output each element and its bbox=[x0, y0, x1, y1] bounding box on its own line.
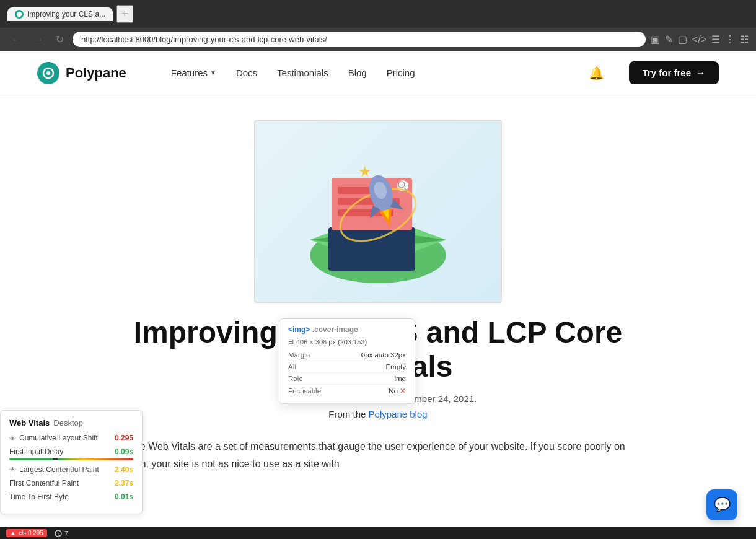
layout-icon[interactable]: ☰ bbox=[711, 33, 720, 45]
toolbar-icons: ▣ ✎ ▢ </> ☰ ⋮ ☷ bbox=[651, 33, 749, 45]
svg-point-2 bbox=[46, 71, 50, 75]
fcp-label: First Contentful Paint bbox=[9, 479, 79, 488]
arrow-right-icon: → bbox=[696, 68, 705, 78]
tooltip-focusable-value: No ✕ bbox=[389, 387, 406, 395]
main-content: ★ <img> .cover-image ⊞ bbox=[112, 95, 644, 509]
url-text: http://localhost:8000/blog/improving-you… bbox=[81, 35, 327, 44]
fid-label: First Input Delay bbox=[9, 447, 63, 456]
reload-button[interactable]: ↻ bbox=[52, 32, 68, 46]
resize-icon: ⊞ bbox=[288, 338, 294, 346]
tooltip-role-value: img bbox=[394, 375, 406, 382]
new-tab-button[interactable]: + bbox=[116, 5, 133, 23]
select-icon[interactable]: ▢ bbox=[678, 33, 687, 45]
svg-text:★: ★ bbox=[358, 163, 372, 180]
try-for-free-button[interactable]: Try for free → bbox=[629, 61, 719, 84]
tooltip-margin-value: 0px auto 32px bbox=[361, 351, 406, 359]
site-header: Polypane Features ▼ Docs Testimonials Bl… bbox=[0, 51, 756, 95]
ttfb-label: Time To First Byte bbox=[9, 493, 69, 501]
fid-value: 0.09s bbox=[115, 447, 133, 456]
lcp-metric: 👁 Largest Contentful Paint 2.40s bbox=[9, 465, 133, 474]
nav-features-label: Features bbox=[171, 68, 208, 78]
tooltip-dimensions: ⊞ 406 × 306 px (203:153) bbox=[288, 338, 406, 346]
tooltip-alt-value: Empty bbox=[385, 363, 406, 370]
browser-chrome: Improving your CLS a... + bbox=[0, 0, 756, 28]
nav-blog[interactable]: Blog bbox=[341, 64, 374, 82]
tooltip-alt-label: Alt bbox=[288, 363, 296, 370]
tooltip-tag: <img> .cover-image bbox=[288, 325, 406, 334]
main-nav: Features ▼ Docs Testimonials Blog Pricin… bbox=[164, 64, 564, 82]
fid-bar-track bbox=[9, 458, 133, 460]
lcp-label: 👁 Largest Contentful Paint bbox=[9, 465, 99, 474]
screen-icon[interactable]: ▣ bbox=[651, 33, 660, 45]
try-btn-label: Try for free bbox=[643, 68, 691, 78]
nav-blog-label: Blog bbox=[348, 68, 367, 78]
notification-bell[interactable]: 🔔 bbox=[589, 66, 604, 81]
article-source: From the Polypane blog bbox=[124, 409, 632, 419]
chat-button[interactable]: 💬 bbox=[706, 489, 737, 509]
nav-testimonials-label: Testimonials bbox=[277, 68, 328, 78]
tooltip-element-tag: <img> bbox=[288, 325, 310, 334]
tooltip-margin-row: Margin 0px auto 32px bbox=[288, 349, 406, 361]
cls-label: 👁 Cumulative Layout Shift bbox=[9, 434, 98, 442]
hero-illustration: ★ bbox=[285, 134, 471, 289]
article-body: Core Web Vitals are a set of measurement… bbox=[124, 438, 632, 471]
browser-toolbar: ← → ↻ http://localhost:8000/blog/improvi… bbox=[0, 28, 756, 51]
logo-text: Polypane bbox=[66, 65, 126, 81]
hero-section: ★ <img> .cover-image ⊞ bbox=[254, 120, 502, 303]
web-vitals-title: Web Vitals Desktop bbox=[9, 418, 133, 427]
chevron-down-icon: ▼ bbox=[210, 69, 216, 76]
tab-title: Improving your CLS a... bbox=[27, 10, 105, 19]
address-bar[interactable]: http://localhost:8000/blog/improving-you… bbox=[73, 32, 646, 47]
edit-icon[interactable]: ✎ bbox=[665, 33, 673, 45]
ttfb-metric: Time To First Byte 0.01s bbox=[9, 493, 133, 501]
web-vitals-platform: Desktop bbox=[53, 418, 83, 427]
fid-metric: First Input Delay 0.09s bbox=[9, 447, 133, 460]
blog-link[interactable]: Polypane blog bbox=[369, 409, 428, 419]
nav-pricing-label: Pricing bbox=[387, 68, 415, 78]
tooltip-focusable-label: Focusable bbox=[288, 387, 321, 395]
tooltip-margin-label: Margin bbox=[288, 351, 310, 359]
eye-icon: 👁 bbox=[9, 434, 16, 442]
cls-metric: 👁 Cumulative Layout Shift 0.295 bbox=[9, 434, 133, 442]
hero-image: ★ bbox=[254, 120, 502, 303]
tooltip-role-label: Role bbox=[288, 375, 303, 382]
browser-tab-active[interactable]: Improving your CLS a... bbox=[7, 7, 113, 21]
fcp-value: 2.37s bbox=[115, 479, 133, 488]
svg-rect-6 bbox=[328, 227, 415, 271]
logo-icon bbox=[37, 62, 59, 84]
extensions-icon[interactable]: ☷ bbox=[740, 33, 749, 45]
eye-icon-lcp: 👁 bbox=[9, 466, 16, 473]
lcp-value: 2.40s bbox=[115, 465, 133, 474]
web-vitals-panel: Web Vitals Desktop 👁 Cumulative Layout S… bbox=[0, 410, 143, 509]
code-icon[interactable]: </> bbox=[692, 34, 706, 45]
nav-testimonials[interactable]: Testimonials bbox=[270, 64, 336, 82]
nav-features[interactable]: Features ▼ bbox=[164, 64, 224, 82]
logo[interactable]: Polypane bbox=[37, 62, 126, 84]
ttfb-value: 0.01s bbox=[115, 493, 133, 501]
fid-bar-fill bbox=[9, 458, 133, 460]
browser-tabs: Improving your CLS a... + bbox=[7, 5, 133, 23]
svg-point-0 bbox=[17, 12, 22, 17]
fcp-metric: First Contentful Paint 2.37s bbox=[9, 479, 133, 488]
cls-value: 0.295 bbox=[115, 434, 133, 442]
element-tooltip: <img> .cover-image ⊞ 406 × 306 px (203:1… bbox=[279, 318, 415, 404]
tooltip-dims-value: 406 × 306 px (203:153) bbox=[296, 338, 367, 346]
x-icon: ✕ bbox=[400, 387, 406, 395]
more-icon[interactable]: ⋮ bbox=[725, 33, 735, 45]
forward-button[interactable]: → bbox=[30, 33, 47, 46]
tooltip-focusable-row: Focusable No ✕ bbox=[288, 385, 406, 397]
from-text: From the bbox=[328, 409, 366, 419]
favicon bbox=[15, 10, 24, 19]
fid-bar-marker bbox=[53, 458, 58, 460]
tooltip-role-row: Role img bbox=[288, 373, 406, 385]
tooltip-alt-row: Alt Empty bbox=[288, 361, 406, 373]
nav-docs[interactable]: Docs bbox=[229, 64, 265, 82]
tooltip-element-class: .cover-image bbox=[312, 325, 358, 334]
back-button[interactable]: ← bbox=[7, 33, 25, 46]
nav-pricing[interactable]: Pricing bbox=[379, 64, 423, 82]
chat-icon: 💬 bbox=[714, 497, 731, 509]
nav-docs-label: Docs bbox=[236, 68, 257, 78]
